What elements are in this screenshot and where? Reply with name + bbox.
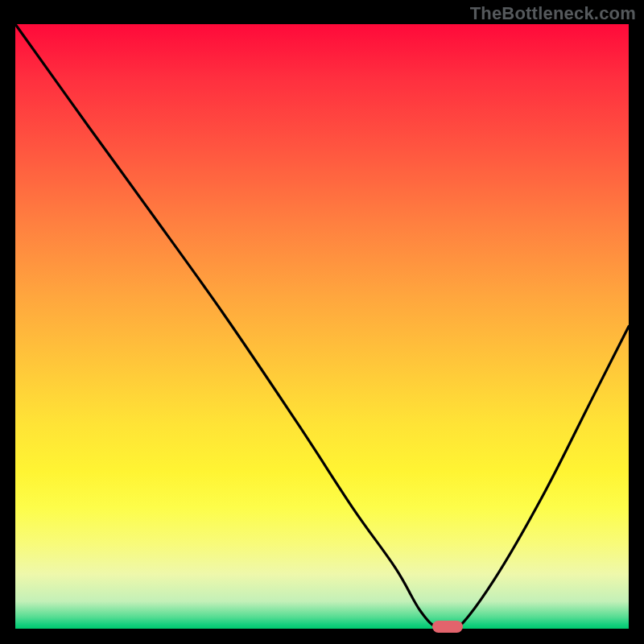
chart-frame: TheBottleneck.com [0,0,644,644]
watermark-text: TheBottleneck.com [470,3,636,24]
optimal-range-marker [432,621,463,633]
curve-path [15,24,629,634]
plot-area [15,24,629,629]
bottleneck-curve [15,24,629,629]
